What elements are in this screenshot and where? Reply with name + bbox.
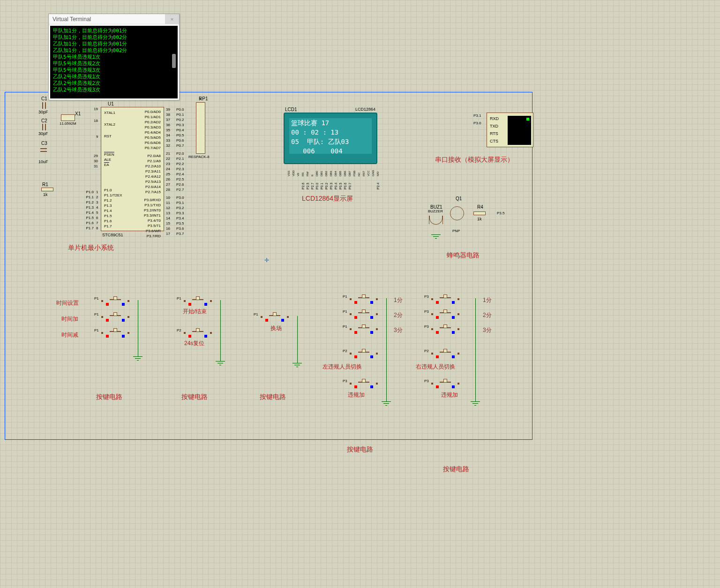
pin-num: 36 — [166, 122, 170, 128]
lcd-pin-name: VSS — [287, 171, 290, 176]
netlabel: P0.6 — [176, 138, 184, 143]
pin-num: 1 — [96, 189, 98, 195]
lcd-pin-name: VDD — [292, 170, 295, 176]
netlabel: P0.2 — [176, 117, 184, 122]
button-left-foul-switch[interactable] — [350, 349, 378, 358]
pin-name: P2.5/A13 — [144, 179, 161, 184]
netlabel: P3.1 — [176, 200, 184, 205]
btn-pin: P1 — [94, 312, 99, 317]
c2-val: 30pF — [38, 131, 48, 136]
netlabel: P0.4 — [176, 128, 184, 133]
lcd-label: LCD12864显示屏 — [302, 195, 353, 203]
res-r4[interactable] — [473, 211, 486, 215]
group-label: 按键电路 — [260, 393, 286, 401]
button-swap[interactable] — [261, 312, 289, 322]
button-left-3[interactable] — [350, 324, 378, 334]
pin-name: P3.7/RD — [144, 234, 161, 239]
btn-label: 时间减 — [61, 331, 78, 339]
button-time-set[interactable] — [101, 296, 129, 306]
button-time-sub[interactable] — [101, 328, 129, 338]
button-right-3[interactable] — [431, 324, 459, 334]
cap-c2[interactable] — [38, 124, 49, 130]
pin-num: 30 — [94, 159, 98, 163]
netlabel: P3.3 — [176, 211, 184, 216]
button-24s-reset[interactable] — [184, 328, 212, 338]
netlabel: P1.2 — [83, 200, 94, 205]
btn-label: 右违规人员切换 — [416, 363, 455, 371]
x1-val: 11.0592M — [60, 121, 76, 126]
button-left-2[interactable] — [350, 309, 378, 319]
transistor-q1[interactable] — [450, 206, 464, 220]
lcd-pin-net: P0.4 — [334, 183, 338, 189]
buzzer-label: 蜂鸣器电路 — [447, 251, 480, 260]
btn-label: 左违规人员切换 — [322, 363, 362, 371]
cap-c1[interactable] — [38, 102, 49, 109]
pin-name: P0.0/AD0 — [144, 109, 161, 114]
pin-name: P0.1/AD1 — [144, 114, 161, 120]
pin-name: P2.2/A10 — [144, 164, 161, 169]
virtual-terminal-window[interactable]: Virtual Terminal × 甲队加1分，目前总得分为001分 甲队加1… — [48, 14, 180, 100]
pin-name: P3.3/INT1 — [144, 213, 161, 218]
pin-name: P2.1/A9 — [144, 158, 161, 164]
x1-ref: X1 — [75, 111, 81, 116]
vt-line: 乙队加1分，目前总得分为001分 — [53, 41, 175, 47]
netlabel: P2.4 — [176, 172, 184, 177]
pin-num: 29 — [94, 154, 98, 158]
pin-num: 2 — [96, 195, 98, 200]
q1-type: PNP — [452, 229, 460, 233]
btn-pin: P1 — [343, 324, 347, 329]
btn-label: 2分 — [394, 311, 403, 319]
serial-module[interactable]: RXD TXD RTS CTS — [487, 113, 533, 147]
pin-name: P3.0/RXD — [144, 197, 161, 203]
netlabel: P0.0 — [176, 107, 184, 112]
c1-ref: C1 — [41, 96, 47, 101]
button-time-add[interactable] — [101, 312, 129, 322]
origin-marker-icon: ✛ — [264, 257, 269, 264]
btn-label: 开始/结束 — [183, 308, 207, 316]
netlabel: P0.1 — [176, 112, 184, 117]
lcd-module[interactable]: 篮球比赛 17 00 : 02 : 13 05 甲队: 乙队03 006 004 — [284, 113, 377, 164]
btn-pin: P1 — [177, 296, 181, 301]
close-icon[interactable]: × — [165, 14, 179, 24]
lcd-pin-name: V0 — [297, 173, 300, 176]
pin-num: 9 — [96, 135, 98, 139]
pin-name: P1.3 — [104, 203, 122, 208]
pin-num: 3 — [96, 200, 98, 205]
respack[interactable] — [196, 102, 205, 154]
group-label: 按键电路 — [96, 393, 122, 401]
c1-val: 30pF — [38, 110, 48, 114]
vt-scrollbar[interactable] — [172, 54, 176, 68]
button-left-foul-add[interactable] — [350, 379, 378, 388]
netlabel: P3.7 — [176, 231, 184, 236]
netlabel: P1.0 — [83, 189, 94, 195]
serial-pin: RXD — [490, 115, 499, 122]
button-right-1[interactable] — [431, 294, 459, 304]
netlabel: P2.0 — [176, 151, 184, 156]
button-left-1[interactable] — [350, 294, 378, 304]
vt-titlebar[interactable]: Virtual Terminal × — [49, 14, 179, 24]
buzzer[interactable] — [429, 216, 443, 224]
btn-pin: P1 — [94, 296, 99, 301]
pin-num: 15 — [166, 221, 170, 226]
btn-label: 时间加 — [61, 315, 78, 323]
netlabel: P2.1 — [176, 156, 184, 161]
button-right-2[interactable] — [431, 309, 459, 319]
button-start-end[interactable] — [184, 296, 212, 306]
pin-num: 25 — [166, 172, 170, 177]
res-r1[interactable] — [41, 188, 53, 191]
crystal[interactable] — [61, 114, 75, 121]
button-right-foul-add[interactable] — [431, 379, 459, 388]
mcu-chip[interactable]: XTAL1 XTAL2 RST PSEN ALE EA P0.0/AD0 P0.… — [101, 107, 164, 231]
lcd-line2: 00 : 02 : 13 — [289, 128, 372, 137]
button-right-foul-switch[interactable] — [431, 349, 459, 358]
serial-pin: CTS — [490, 137, 499, 145]
lcd-pin-name: DB1 — [320, 171, 323, 176]
netlabel: P1.1 — [83, 195, 94, 200]
pin-num: 5 — [96, 210, 98, 215]
pin-name: P1.1/T2EX — [104, 193, 122, 198]
btn-pin: P3 — [424, 294, 429, 299]
cap-c3[interactable] — [40, 144, 47, 155]
rp1-pin1: 1 — [199, 97, 201, 101]
mcu-ref: U1 — [108, 101, 114, 106]
netlabel: P3.0 — [176, 195, 184, 200]
